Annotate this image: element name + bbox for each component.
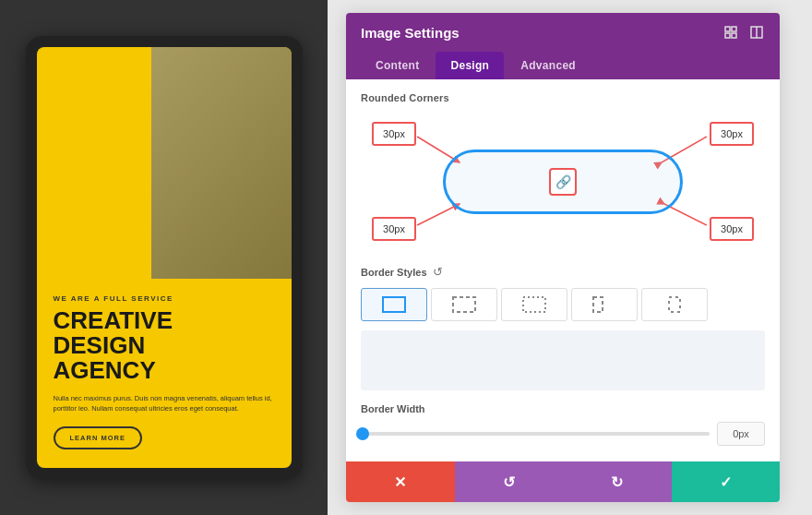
border-styles-header: Border Styles ↺ xyxy=(361,265,765,279)
corner-input-tl[interactable]: 30px xyxy=(372,122,416,146)
redo-button[interactable]: ↻ xyxy=(563,461,672,502)
save-button[interactable]: ✓ xyxy=(672,461,781,502)
panel-header: Image Settings xyxy=(346,13,780,52)
border-width-input[interactable]: 0px xyxy=(717,422,765,446)
settings-panel: Image Settings Content Design Advanced xyxy=(346,13,780,502)
preview-area: WE ARE A FULL SERVICE CREATIVE DESIGN AG… xyxy=(0,0,328,515)
corner-input-tr[interactable]: 30px xyxy=(710,122,754,146)
corner-input-br[interactable]: 30px xyxy=(710,217,754,241)
border-style-dashed-1[interactable] xyxy=(431,288,497,321)
link-icon[interactable]: 🔗 xyxy=(549,168,577,196)
border-style-options xyxy=(361,288,765,321)
svg-rect-2 xyxy=(725,33,730,38)
border-style-dotted[interactable] xyxy=(501,288,567,321)
tablet-content: WE ARE A FULL SERVICE CREATIVE DESIGN AG… xyxy=(37,280,292,468)
border-width-slider-row: 0px xyxy=(361,422,765,446)
tab-advanced[interactable]: Advanced xyxy=(506,52,591,79)
tablet-screen: WE ARE A FULL SERVICE CREATIVE DESIGN AG… xyxy=(37,47,292,468)
svg-rect-14 xyxy=(669,297,680,312)
fullscreen-icon[interactable] xyxy=(722,24,739,41)
svg-rect-10 xyxy=(383,297,405,312)
border-style-solid[interactable] xyxy=(361,288,427,321)
border-color-picker-area[interactable] xyxy=(361,330,765,390)
slider-thumb[interactable] xyxy=(356,427,369,440)
panel-footer: ✕ ↺ ↻ ✓ xyxy=(346,461,780,502)
svg-rect-12 xyxy=(523,297,545,312)
svg-rect-11 xyxy=(453,297,475,312)
tab-design[interactable]: Design xyxy=(436,52,504,79)
border-width-section: Border Width 0px xyxy=(361,403,765,446)
panel-body: Rounded Corners xyxy=(346,79,780,461)
border-style-dashed-3[interactable] xyxy=(641,288,708,321)
tab-content[interactable]: Content xyxy=(361,52,434,79)
tablet-title: CREATIVE DESIGN AGENCY xyxy=(54,308,275,384)
rounded-corners-preview-shape: 🔗 xyxy=(443,150,683,214)
tablet-subtitle: WE ARE A FULL SERVICE xyxy=(54,294,275,303)
border-styles-reset-icon[interactable]: ↺ xyxy=(433,265,443,279)
rounded-corners-title: Rounded Corners xyxy=(361,92,765,103)
reset-button[interactable]: ↺ xyxy=(455,461,564,502)
corners-diagram: 30px 30px 30px 30px 🔗 xyxy=(361,114,765,248)
svg-line-9 xyxy=(664,204,707,225)
border-style-dashed-2[interactable] xyxy=(571,288,638,321)
border-width-title: Border Width xyxy=(361,403,765,414)
svg-rect-0 xyxy=(725,27,730,31)
panel-title: Image Settings xyxy=(361,25,460,41)
panel-header-icons xyxy=(722,24,765,41)
dock-icon[interactable] xyxy=(748,24,765,41)
tablet-image-overlay xyxy=(151,47,292,279)
border-styles-title: Border Styles xyxy=(361,267,427,278)
svg-rect-1 xyxy=(732,27,736,31)
tablet-frame: WE ARE A FULL SERVICE CREATIVE DESIGN AG… xyxy=(26,36,303,479)
svg-rect-3 xyxy=(732,33,736,38)
svg-line-8 xyxy=(417,204,460,225)
panel-tabs: Content Design Advanced xyxy=(346,52,780,79)
cancel-button[interactable]: ✕ xyxy=(346,461,455,502)
border-width-slider[interactable] xyxy=(361,432,710,436)
tablet-body-text: Nulla nec maximus purus. Duis non magna … xyxy=(54,393,275,414)
tablet-learn-more-button[interactable]: LEARN MORE xyxy=(54,426,142,449)
svg-rect-13 xyxy=(593,297,603,312)
corner-input-bl[interactable]: 30px xyxy=(372,217,416,241)
